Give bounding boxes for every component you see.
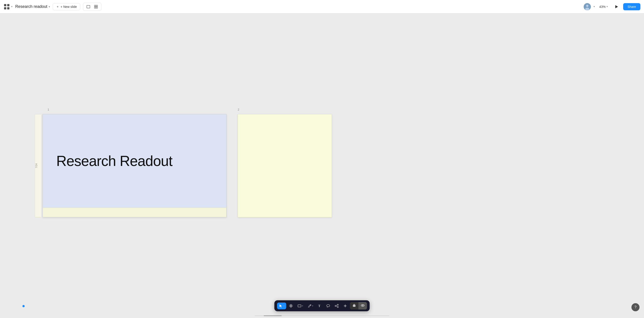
grid-tool-button[interactable] [287,302,295,309]
eye-icon [361,304,365,308]
slide1-wrapper: 1 Research Readout [42,114,226,217]
select-tool-chevron: ▾ [284,305,284,307]
svg-rect-2 [4,7,6,10]
avatar-chevron[interactable]: ▾ [594,5,595,8]
svg-point-19 [310,304,311,306]
new-slide-label: + New slide [60,5,77,8]
slide1-title: Research Readout [56,153,172,169]
avatar-icon [584,3,591,10]
slide1-main: Research Readout [43,114,226,208]
svg-rect-32 [354,304,354,306]
help-button[interactable]: ? [632,303,640,311]
topbar-right: ▾ 43% ▾ Share [584,3,640,10]
play-button[interactable] [612,4,620,10]
share-button[interactable]: Share [623,3,640,10]
svg-rect-4 [87,6,90,8]
svg-point-10 [586,5,588,7]
user-avatar[interactable] [584,3,591,10]
scroll-thumb[interactable] [264,315,282,316]
svg-point-24 [337,304,338,305]
slide1-left-strip: 7/24 [35,114,41,217]
doc-title: Research readout [15,4,47,9]
toolbar-pointer-button[interactable] [358,302,367,310]
pen-tool-button[interactable]: ▾ [306,302,315,309]
slide2[interactable] [238,114,332,217]
svg-point-25 [337,306,338,308]
shape-tool-chevron: ▾ [302,305,303,307]
slide1-footer [43,208,226,217]
hand-icon [352,304,356,308]
grid-icon [289,304,293,308]
help-icon: ? [634,305,636,309]
svg-rect-6 [96,5,98,6]
svg-rect-5 [94,5,96,6]
doc-title-container[interactable]: Research readout ▾ [15,4,50,9]
bottom-toolbar: ▾ ▾ ▾ T [274,300,370,311]
pen-tool-chevron: ▾ [312,305,313,307]
slide1-number: 1 [48,108,49,111]
canvas-area: 7/24 1 Research Readout 2 [0,14,644,318]
text-icon: T [318,304,322,308]
topbar-left: ▾ Research readout ▾ ＋ + New slide [4,3,101,11]
blue-dot-indicator [22,305,25,307]
connect-icon [335,304,339,308]
doc-title-chevron: ▾ [49,5,50,8]
svg-rect-33 [355,304,355,306]
slide1[interactable]: Research Readout [42,114,226,217]
comment-tool-button[interactable] [324,302,332,309]
text-tool-button[interactable]: T [316,302,324,309]
slide1-date: 7/24 [35,163,38,168]
shape-icon [298,304,302,308]
connect-tool-button[interactable] [333,302,340,309]
slide2-wrapper: 2 [238,114,332,217]
svg-rect-18 [298,305,301,307]
svg-point-35 [362,305,363,306]
app-logo[interactable]: ▾ [4,4,12,10]
pen-icon [308,304,312,308]
svg-text:T: T [318,304,321,308]
view-single-button[interactable] [85,4,92,10]
app-logo-icon [4,4,10,10]
scroll-indicator[interactable] [255,315,389,316]
select-icon [279,304,283,308]
svg-marker-12 [615,5,618,8]
play-icon [614,4,619,9]
zoom-control[interactable]: 43% ▾ [598,4,610,10]
toolbar-view-toggle [350,302,367,310]
view-grid-button[interactable] [92,4,99,10]
zoom-chevron: ▾ [606,5,608,8]
svg-line-22 [327,307,328,308]
svg-rect-31 [354,304,354,306]
svg-marker-13 [280,304,282,308]
select-tool-button[interactable]: ▾ [277,302,286,309]
svg-point-11 [585,8,589,10]
svg-rect-3 [7,7,10,10]
svg-point-21 [327,304,330,307]
more-tool-button[interactable] [342,302,349,309]
svg-line-26 [336,305,337,306]
shape-tool-button[interactable]: ▾ [296,302,305,309]
new-slide-button[interactable]: ＋ + New slide [53,3,80,10]
view-grid-icon [94,5,98,9]
svg-rect-8 [96,7,98,8]
svg-line-27 [336,306,337,307]
svg-point-23 [335,305,336,306]
new-slide-icon: ＋ [56,5,59,9]
zoom-level: 43% [600,5,606,8]
toolbar-hand-button[interactable] [350,302,358,310]
slide2-number: 2 [238,108,239,111]
top-bar: ▾ Research readout ▾ ＋ + New slide [0,0,644,14]
plus-icon [343,304,347,308]
svg-rect-1 [7,4,10,6]
view-single-icon [86,5,90,9]
view-toggle-group [83,3,101,11]
svg-rect-0 [4,4,6,6]
comment-icon [326,304,330,308]
svg-rect-7 [94,7,96,8]
app-logo-chevron: ▾ [11,5,12,8]
